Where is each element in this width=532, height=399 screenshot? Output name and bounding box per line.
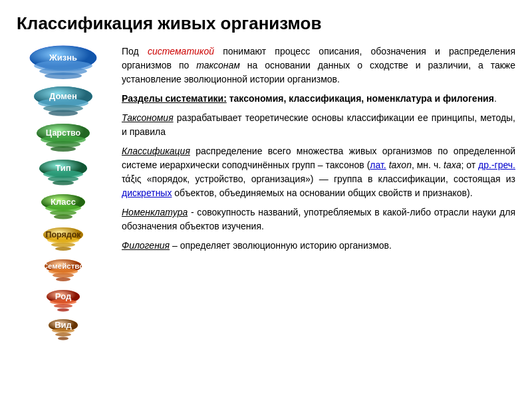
taxon-tip: Тип <box>31 158 96 191</box>
taxon-rod: Род <box>38 288 88 316</box>
filogenia-text: – определяет эволюционную историю органи… <box>172 240 392 251</box>
main-content: Жизнь Домен <box>17 45 515 345</box>
sections-list: таксономия, классификация, номенклатура … <box>229 93 494 104</box>
taxonomy-paragraph: Таксономия разрабатывает теоретические о… <box>122 111 515 139</box>
description-text: Под систематикой понимают процесс описан… <box>122 45 515 258</box>
svg-point-45 <box>54 304 72 308</box>
taxa-term: taxa <box>444 160 461 170</box>
svg-point-46 <box>57 309 69 312</box>
svg-text:Класс: Класс <box>51 197 76 207</box>
taxon-klass: Класс <box>33 192 94 224</box>
taxon-domen: Домен <box>27 84 100 120</box>
taxon-poryadok: Порядок <box>35 225 92 256</box>
taxon-semeystvo: Семейство <box>36 257 90 287</box>
svg-text:Домен: Домен <box>49 91 77 101</box>
svg-point-33 <box>51 243 75 247</box>
classification-paragraph: Классификация распределение всего множес… <box>122 144 515 200</box>
svg-text:Царство: Царство <box>45 128 80 138</box>
taxon-vid: Вид <box>40 317 86 344</box>
taxon-tsarstvo: Царство <box>29 122 98 156</box>
discrete-link[interactable]: дискретных <box>122 188 172 198</box>
class-text5: объектов, объединяемых на основании общи… <box>172 188 472 198</box>
page-title: Классификация живых организмов <box>17 13 515 34</box>
nomenclatura-header: Номенклатура <box>122 207 188 217</box>
svg-text:Тип: Тип <box>55 163 70 173</box>
svg-text:Жизнь: Жизнь <box>49 53 77 63</box>
intro-before: Под <box>122 46 139 57</box>
taxonomy-header: Таксономия <box>122 112 174 123</box>
taxonomy-text: разрабатывает теоретические основы класс… <box>122 112 515 137</box>
gr-link[interactable]: др.-греч. <box>478 160 515 170</box>
svg-text:Род: Род <box>55 291 72 301</box>
svg-text:Семейство: Семейство <box>43 262 84 270</box>
taxon-zhizn: Жизнь <box>23 45 103 83</box>
svg-point-22 <box>53 181 74 186</box>
intro-paragraph: Под систематикой понимают процесс описан… <box>122 45 515 86</box>
taxon-term: taxon <box>386 160 412 170</box>
svg-point-16 <box>51 146 76 152</box>
svg-point-4 <box>45 72 82 79</box>
svg-text:Вид: Вид <box>55 320 72 330</box>
svg-point-52 <box>58 337 68 340</box>
lat-link[interactable]: лат. <box>370 160 386 170</box>
nomenclatura-paragraph: Номенклатура - совокупность названий, уп… <box>122 205 515 233</box>
svg-point-10 <box>49 110 78 116</box>
taxonomy-diagram: Жизнь Домен <box>17 45 110 345</box>
sections-paragraph: Разделы систематики: таксономия, классиф… <box>122 92 515 106</box>
class-text3: ; от <box>461 160 478 170</box>
sections-header: Разделы систематики: <box>122 93 227 104</box>
filogenia-header: Филогения <box>122 240 170 251</box>
svg-point-34 <box>55 247 71 251</box>
classification-header: Классификация <box>122 146 190 156</box>
class-text4: τάξις «порядок, устройство, организация»… <box>122 174 515 184</box>
class-text2: , мн. ч. <box>412 160 444 170</box>
sistematikoy-term: систематикой <box>148 46 214 57</box>
svg-text:Порядок: Порядок <box>45 230 81 239</box>
filogenia-paragraph: Филогения – определяет эволюционную исто… <box>122 239 515 253</box>
svg-point-51 <box>55 332 71 336</box>
svg-point-28 <box>54 215 72 219</box>
svg-point-39 <box>53 273 74 278</box>
svg-point-40 <box>56 277 70 281</box>
